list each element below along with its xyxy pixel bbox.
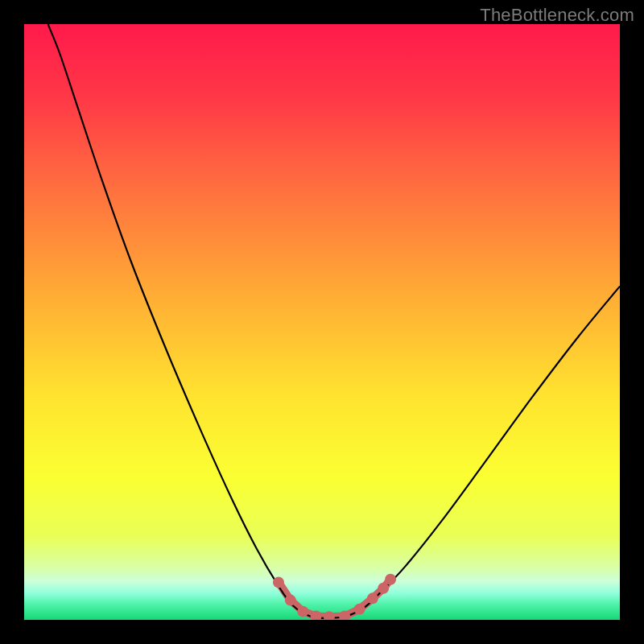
bottleneck-curve: [48, 24, 620, 618]
flat-bottom-marker: [273, 576, 284, 588]
chart-frame: TheBottleneck.com: [0, 0, 644, 644]
flat-bottom-marker: [378, 583, 389, 594]
watermark-label: TheBottleneck.com: [480, 5, 634, 26]
flat-bottom-marker: [385, 574, 396, 585]
flat-bottom-marker: [297, 606, 308, 617]
flat-bottom-marker: [324, 611, 335, 620]
flat-bottom-marker: [367, 592, 378, 604]
plot-area: [24, 24, 620, 620]
flat-bottom-marker: [354, 604, 365, 615]
curve-layer: [24, 24, 620, 620]
flat-bottom-marker: [285, 595, 296, 606]
